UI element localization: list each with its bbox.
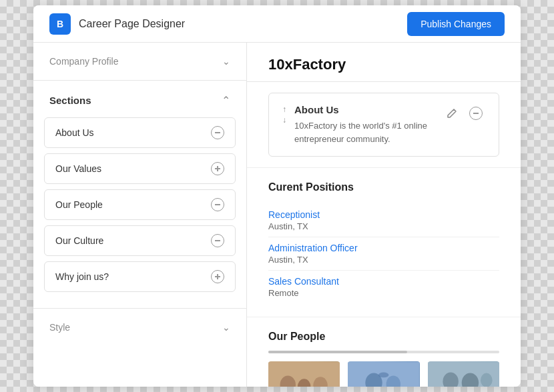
remove-section-icon[interactable] [211, 234, 224, 247]
add-section-icon[interactable] [211, 270, 224, 283]
about-us-section-title: About Us [294, 104, 435, 115]
position-location: Austin, TX [268, 255, 499, 265]
remove-section-icon[interactable] [211, 198, 224, 211]
section-item-label: Why join us? [55, 271, 109, 282]
people-image-1 [268, 361, 340, 387]
section-item-label: About Us [55, 127, 94, 138]
remove-section-icon[interactable] [211, 126, 224, 139]
remove-section-button[interactable] [467, 104, 485, 123]
about-us-description: 10xFactory is the world's #1 online entr… [294, 119, 435, 145]
chevron-down-icon: ⌄ [222, 56, 230, 67]
position-title: Receptionist [268, 209, 499, 220]
sections-header: Sections ⌃ [33, 81, 246, 117]
sections-title: Sections [49, 95, 91, 106]
section-item-label: Our People [55, 199, 103, 210]
people-images [268, 361, 499, 387]
add-section-icon[interactable] [211, 162, 224, 175]
style-section[interactable]: Style ⌄ [33, 308, 246, 346]
main-content: Company Profile ⌄ Sections ⌃ About Us Ou… [33, 43, 521, 387]
position-item-sales-consultant: Sales Consultant Remote [268, 271, 499, 303]
team-photo-1 [268, 361, 340, 387]
people-image-3 [428, 361, 499, 387]
svg-point-13 [481, 373, 493, 387]
preview-panel: 10xFactory ↑ ↓ About Us 10xFactory is th… [247, 43, 521, 387]
our-people-heading: Our People [268, 331, 499, 343]
positions-heading: Curent Positions [268, 181, 499, 193]
team-photo-3 [428, 361, 499, 387]
company-profile-label: Company Profile [49, 56, 119, 67]
sections-collapse-icon[interactable]: ⌃ [222, 94, 230, 107]
section-item-label: Our Values [55, 163, 101, 174]
section-item-label: Our Culture [55, 235, 103, 246]
edit-section-button[interactable] [443, 104, 461, 123]
section-item-about-us[interactable]: About Us [44, 117, 236, 148]
header-left: B Career Page Designer [49, 13, 185, 35]
section-item-our-people[interactable]: Our People [44, 189, 236, 220]
position-title: Administration Officer [268, 243, 499, 253]
section-item-why-join-us[interactable]: Why join us? [44, 261, 236, 292]
team-photo-2 [348, 361, 419, 387]
people-progress-bar-fill [268, 351, 407, 353]
positions-section: Curent Positions Receptionist Austin, TX… [247, 168, 521, 317]
our-people-section: Our People [247, 317, 521, 387]
chevron-down-icon: ⌄ [222, 322, 230, 333]
sort-arrows: ↑ ↓ [282, 105, 286, 124]
preview-company-name: 10xFactory [247, 43, 521, 82]
position-item-receptionist: Receptionist Austin, TX [268, 204, 499, 237]
app-title: Career Page Designer [79, 18, 185, 30]
move-up-icon[interactable]: ↑ [282, 105, 286, 113]
move-down-icon[interactable]: ↓ [282, 116, 286, 124]
about-us-content: About Us 10xFactory is the world's #1 on… [294, 104, 435, 145]
about-us-card-inner: ↑ ↓ About Us 10xFactory is the world's #… [268, 93, 499, 157]
publish-button[interactable]: Publish Changes [407, 12, 505, 36]
header: B Career Page Designer Publish Changes [33, 5, 521, 43]
people-progress-bar-bg [268, 351, 499, 353]
about-us-preview-card: ↑ ↓ About Us 10xFactory is the world's #… [247, 82, 521, 168]
minus-circle-icon [469, 107, 483, 120]
company-profile-section[interactable]: Company Profile ⌄ [33, 43, 246, 81]
people-image-2 [348, 361, 419, 387]
position-title: Sales Consultant [268, 276, 499, 287]
app-container: B Career Page Designer Publish Changes C… [33, 5, 521, 387]
position-item-admin-officer: Administration Officer Austin, TX [268, 237, 499, 271]
style-label: Style [49, 322, 70, 333]
logo-icon: B [49, 13, 71, 35]
section-item-our-values[interactable]: Our Values [44, 153, 236, 184]
position-location: Austin, TX [268, 221, 499, 231]
position-location: Remote [268, 288, 499, 298]
sidebar: Company Profile ⌄ Sections ⌃ About Us Ou… [33, 43, 247, 387]
svg-point-9 [378, 373, 389, 378]
section-item-our-culture[interactable]: Our Culture [44, 225, 236, 256]
about-us-actions [443, 104, 485, 123]
section-items-list: About Us Our Values Our People Our Cultu… [33, 117, 246, 292]
